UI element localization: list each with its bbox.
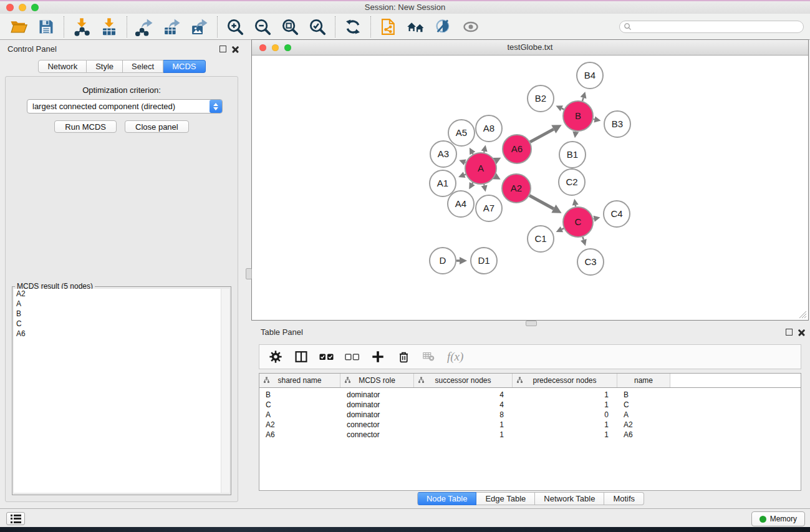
edge-C-C1[interactable] [556,226,564,232]
edge-A2-C[interactable] [529,195,562,213]
task-history-button[interactable] [6,512,25,525]
select-all-button[interactable] [319,349,334,364]
delete-table-button[interactable] [422,349,436,364]
table-row[interactable]: A2connector11A2 [259,420,801,430]
node-C2[interactable]: C2 [559,169,585,195]
result-item[interactable]: A2 [14,289,221,299]
tab-style[interactable]: Style [87,60,123,73]
node-C[interactable]: C [563,207,593,237]
delete-column-button[interactable] [396,349,411,364]
table-row[interactable]: Cdominator41C [259,400,801,410]
node-D1[interactable]: D1 [471,248,497,274]
criterion-dropdown[interactable]: largest connected component (directed) [27,99,223,114]
node-A3[interactable]: A3 [430,141,456,167]
edge-A-A1[interactable] [458,172,466,178]
node-D[interactable]: D [430,248,456,274]
node-B4[interactable]: B4 [577,62,603,89]
edge-C-C4[interactable] [593,216,600,222]
edge-D-D1[interactable] [456,257,467,264]
zoom-in-button[interactable] [221,15,249,39]
edge-A-A8[interactable] [481,145,488,152]
tab-network[interactable]: Network [38,60,87,73]
close-panel-button[interactable]: Close panel [125,120,189,133]
edge-A-A4[interactable] [469,182,475,189]
node-A[interactable]: A [465,153,496,184]
node-A4[interactable]: A4 [448,191,474,217]
network-file-button[interactable] [375,15,402,39]
zoom-out-button[interactable] [249,15,276,39]
hide-panel-button[interactable] [430,15,457,39]
edge-B-B3[interactable] [593,116,600,122]
result-item[interactable]: A6 [14,329,221,339]
close-panel-icon[interactable] [232,46,239,52]
table-row[interactable]: A6connector11A6 [259,430,801,440]
table-row[interactable]: Bdominator41B [259,390,801,400]
tab-edge-table[interactable]: Edge Table [476,492,535,505]
column-header-predecessor-nodes[interactable]: predecessor nodes [513,374,617,387]
node-B[interactable]: B [563,101,593,131]
result-item[interactable]: A [14,299,221,309]
resize-grip[interactable] [798,309,807,319]
tab-select[interactable]: Select [123,60,163,73]
run-mcds-button[interactable]: Run MCDS [54,120,117,133]
network-graph[interactable]: AA6A2BCA1A3A4A5A7A8B1B2B3B4C1C2C3C4DD1 [252,56,808,321]
splitter-handle-vertical[interactable] [246,268,252,279]
node-B1[interactable]: B1 [559,142,586,168]
edge-A-A7[interactable] [481,184,488,191]
open-session-button[interactable] [5,15,32,39]
node-B3[interactable]: B3 [604,111,630,137]
float-panel-icon[interactable] [219,46,226,52]
network-canvas[interactable]: AA6A2BCA1A3A4A5A7A8B1B2B3B4C1C2C3C4DD1 [252,56,808,320]
function-builder-button[interactable]: f(x) [447,349,463,364]
export-table-button[interactable] [158,15,186,39]
create-column-button[interactable] [370,349,385,364]
memory-button[interactable]: Memory [751,511,805,526]
result-scrollbar[interactable] [221,289,229,493]
close-panel-icon[interactable] [798,329,805,336]
edge-C-C3[interactable] [581,237,587,246]
node-A7[interactable]: A7 [476,195,502,221]
show-panel-button[interactable] [457,15,485,39]
node-A8[interactable]: A8 [476,115,502,142]
node-C4[interactable]: C4 [604,201,630,227]
export-network-button[interactable] [131,15,158,39]
edge-B-B4[interactable] [581,92,587,101]
node-C3[interactable]: C3 [577,249,604,275]
table-row[interactable]: Adominator80A [259,410,801,420]
home-networks-button[interactable] [402,15,430,39]
edge-B-B1[interactable] [572,131,579,138]
edge-C-C2[interactable] [572,199,579,207]
node-C1[interactable]: C1 [528,226,554,252]
node-A1[interactable]: A1 [430,170,456,196]
zoom-fit-button[interactable] [276,15,304,39]
column-header-MCDS-role[interactable]: MCDS role [340,374,414,387]
column-header-shared-name[interactable]: shared name [259,374,340,387]
zoom-selected-button[interactable] [304,15,331,39]
import-table-button[interactable] [95,15,123,39]
tab-node-table[interactable]: Node Table [417,492,477,505]
refresh-view-button[interactable] [339,15,367,39]
node-A2[interactable]: A2 [502,174,531,203]
tab-motifs[interactable]: Motifs [604,492,644,505]
search-field[interactable] [619,21,804,33]
mcds-result-list[interactable]: A2ABCA6 [14,289,221,493]
table-settings-button[interactable] [268,349,283,364]
node-A6[interactable]: A6 [503,135,531,163]
float-panel-icon[interactable] [786,329,793,336]
result-item[interactable]: B [14,309,221,319]
tab-network-table[interactable]: Network Table [535,492,604,505]
deselect-all-button[interactable] [345,349,360,364]
import-network-button[interactable] [68,15,95,39]
result-item[interactable]: C [14,319,221,329]
network-window-titlebar[interactable]: testGlobe.txt [252,40,808,56]
column-header-name[interactable]: name [617,374,670,387]
edge-A6-B[interactable] [530,125,562,142]
export-image-button[interactable] [186,15,213,39]
node-A5[interactable]: A5 [448,120,475,146]
tab-mcds[interactable]: MCDS [163,60,205,73]
node-B2[interactable]: B2 [528,85,554,112]
edge-B-B2[interactable] [556,105,564,111]
show-columns-button[interactable] [294,349,309,364]
save-session-button[interactable] [32,15,60,39]
column-header-successor-nodes[interactable]: successor nodes [414,374,513,387]
